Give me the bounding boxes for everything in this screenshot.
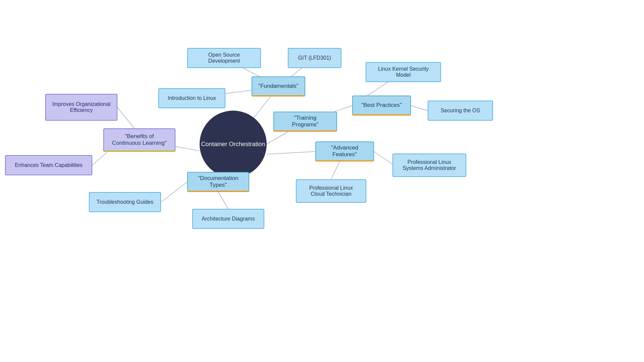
prof-linux-sys-node[interactable]: Professional Linux Systems Administrator — [392, 154, 466, 177]
prof-linux-cloud-node[interactable]: Professional Linux Cloud Technician — [296, 179, 366, 203]
linux-kernel-node[interactable]: Linux Kernel Security Model — [366, 62, 441, 82]
enhances-node[interactable]: Enhances Team Capabilities — [5, 155, 92, 175]
git-label: GIT (LFD301) — [298, 55, 331, 61]
prof-linux-sys-label: Professional Linux Systems Administrator — [398, 159, 460, 171]
training-label: "Training Programs" — [280, 115, 330, 128]
training-node[interactable]: "Training Programs" — [273, 112, 337, 132]
svg-line-8 — [267, 152, 315, 154]
svg-line-15 — [117, 107, 134, 128]
documentation-node[interactable]: "Documentation Types" — [187, 172, 249, 192]
svg-line-16 — [92, 152, 107, 165]
fundamentals-label: "Fundamentals" — [258, 83, 299, 89]
architecture-node[interactable]: Architecture Diagrams — [192, 209, 264, 229]
troubleshooting-node[interactable]: Troubleshooting Guides — [89, 192, 161, 212]
architecture-label: Architecture Diagrams — [202, 216, 255, 222]
svg-line-12 — [161, 182, 187, 202]
svg-line-13 — [218, 192, 228, 209]
benefits-node[interactable]: "Benefits of Continuous Learning" — [103, 128, 175, 152]
center-label: Container Orchestration — [201, 141, 265, 148]
svg-line-7 — [411, 106, 428, 111]
advanced-node[interactable]: "Advanced Features" — [315, 141, 374, 162]
improves-node[interactable]: Improves Organizational Efficiency — [45, 94, 117, 121]
advanced-label: "Advanced Features" — [322, 144, 367, 158]
documentation-label: "Documentation Types" — [194, 175, 243, 188]
git-node[interactable]: GIT (LFD301) — [288, 48, 341, 68]
best-practices-node[interactable]: "Best Practices" — [352, 96, 411, 116]
prof-linux-cloud-label: Professional Linux Cloud Technician — [302, 185, 360, 197]
intro-linux-label: Introduction to Linux — [168, 95, 216, 101]
fundamentals-node[interactable]: "Fundamentals" — [252, 76, 305, 97]
improves-label: Improves Organizational Efficiency — [51, 101, 111, 113]
securing-os-label: Securing the OS — [441, 108, 480, 114]
benefits-label: "Benefits of Continuous Learning" — [110, 133, 169, 146]
open-source-label: Open Source Development — [193, 52, 255, 64]
enhances-label: Enhances Team Capabilities — [15, 162, 83, 168]
best-practices-label: "Best Practices" — [361, 102, 402, 109]
svg-line-10 — [374, 152, 392, 164]
intro-linux-node[interactable]: Introduction to Linux — [158, 88, 225, 108]
troubleshooting-label: Troubleshooting Guides — [97, 199, 153, 205]
open-source-node[interactable]: Open Source Development — [187, 48, 261, 68]
center-node: Container Orchestration — [200, 111, 267, 178]
securing-os-node[interactable]: Securing the OS — [428, 101, 493, 121]
linux-kernel-label: Linux Kernel Security Model — [372, 66, 435, 78]
